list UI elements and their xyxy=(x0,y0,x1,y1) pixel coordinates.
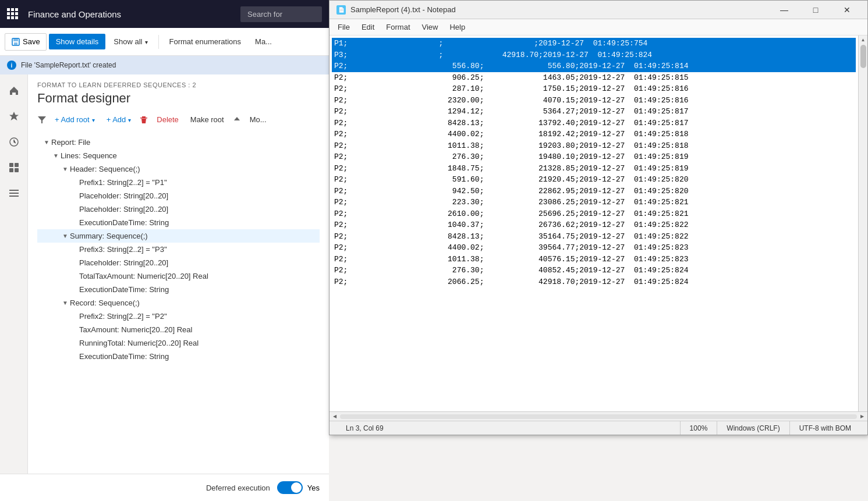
sidebar-item-home[interactable] xyxy=(2,79,26,102)
toggle-switch[interactable] xyxy=(277,481,303,494)
np-titlebar: 📄 SampleReport (4).txt - Notepad — □ ✕ xyxy=(330,1,867,19)
tree-item[interactable]: TaxAmount: Numeric[20..20] Real xyxy=(37,323,320,336)
tree-item[interactable]: ▼Summary: Sequence(;) xyxy=(37,229,320,243)
np-line: P2; 1294.12; 5364.27;2019-12-27 01:49:25… xyxy=(332,106,856,118)
np-scroll-thumb[interactable] xyxy=(860,45,866,68)
map-button[interactable]: Ma... xyxy=(249,34,278,49)
fo-titlebar: Finance and Operations xyxy=(0,0,329,28)
np-line: P2; 906.25; 1463.05;2019-12-27 01:49:25:… xyxy=(332,72,856,84)
tree-item[interactable]: RunningTotal: Numeric[20..20] Real xyxy=(37,336,320,350)
np-menu-help[interactable]: Help xyxy=(444,20,471,34)
show-all-button[interactable]: Show all xyxy=(108,34,153,49)
tree-item[interactable]: Prefix3: String[2..2] = "P3" xyxy=(37,243,320,256)
np-close-button[interactable]: ✕ xyxy=(834,1,860,19)
np-content[interactable]: P1; ; ;2019-12-27 01:49:25:754P3; ; 4291… xyxy=(330,35,858,411)
np-statusbar: Ln 3, Col 69 100% Windows (CRLF) UTF-8 w… xyxy=(330,421,867,435)
fo-main: FORMAT TO LEARN DEFERRED SEQUENCES : 2 F… xyxy=(28,74,329,474)
notepad-window: 📄 SampleReport (4).txt - Notepad — □ ✕ F… xyxy=(329,0,868,435)
tree-item[interactable]: Placeholder: String[20..20] xyxy=(37,189,320,202)
make-root-label: Make root xyxy=(190,115,224,124)
fo-app: Finance and Operations Save Show details… xyxy=(0,0,329,501)
np-line-text: P2; 4400.02; 39564.77;2019-12-27 01:49:2… xyxy=(332,242,856,254)
show-details-button[interactable]: Show details xyxy=(49,34,106,49)
np-scroll-right-btn[interactable]: ▶ xyxy=(858,413,866,421)
np-line-text: P2; 1011.38; 19203.80;2019-12-27 01:49:2… xyxy=(332,140,856,152)
np-line-text: P2; 556.80; 556.80;2019-12-27 01:49:25:8… xyxy=(332,61,856,72)
sidebar-item-favorites[interactable] xyxy=(2,105,26,128)
np-line: P2; 223.30; 23086.25;2019-12-27 01:49:25… xyxy=(332,197,856,208)
format-enumerations-button[interactable]: Format enumerations xyxy=(164,34,247,49)
fo-sidebar xyxy=(0,74,28,474)
tree-label: Report: File xyxy=(51,138,90,147)
tree-item[interactable]: Placeholder: String[20..20] xyxy=(37,202,320,216)
tree-item[interactable]: ▼Record: Sequence(;) xyxy=(37,296,320,310)
trash-icon xyxy=(139,115,148,125)
svg-rect-12 xyxy=(142,116,146,118)
delete-button[interactable]: Delete xyxy=(153,113,182,126)
list-icon xyxy=(8,187,20,199)
tree-label: TaxAmount: Numeric[20..20] Real xyxy=(79,325,192,334)
np-line: P2; 8428.13; 35164.75;2019-12-27 01:49:2… xyxy=(332,231,856,243)
np-hscroll-track[interactable] xyxy=(340,414,857,419)
app-title: Finance and Operations xyxy=(28,9,231,19)
np-menu-file[interactable]: File xyxy=(332,20,356,34)
np-vscrollbar[interactable]: ▲ xyxy=(858,35,867,411)
np-minimize-button[interactable]: — xyxy=(771,1,798,19)
np-menu-format[interactable]: Format xyxy=(380,20,416,34)
np-line-text: P2; 8428.13; 35164.75;2019-12-27 01:49:2… xyxy=(332,231,856,243)
make-root-button[interactable]: Make root xyxy=(187,113,228,126)
deferred-toggle[interactable]: Yes xyxy=(277,481,320,494)
np-line: P2; 1011.38; 19203.80;2019-12-27 01:49:2… xyxy=(332,140,856,152)
tree-item[interactable]: ▼Report: File xyxy=(37,136,320,149)
tree-arrow: ▼ xyxy=(61,300,70,306)
fo-bottom: Deferred execution Yes xyxy=(0,474,329,501)
tree-item[interactable]: ExecutionDateTime: String xyxy=(37,216,320,229)
tree-label: Record: Sequence(;) xyxy=(70,299,140,307)
add-root-button[interactable]: + Add root xyxy=(51,113,98,126)
tree-item[interactable]: ▼Lines: Sequence xyxy=(37,149,320,162)
np-scroll-left-btn[interactable]: ◀ xyxy=(331,413,339,421)
sidebar-item-recent[interactable] xyxy=(2,130,26,154)
star-icon xyxy=(8,111,20,122)
np-line: P2; 276.30; 19480.10;2019-12-27 01:49:25… xyxy=(332,151,856,163)
save-button[interactable]: Save xyxy=(5,33,47,51)
np-zoom: 100% xyxy=(681,421,718,435)
sidebar-item-dashboard[interactable] xyxy=(2,156,26,179)
tree-label: Lines: Sequence xyxy=(61,151,117,160)
np-hscrollbar[interactable]: ◀ ▶ xyxy=(330,411,867,421)
tree-item[interactable]: ExecutionDateTime: String xyxy=(37,283,320,296)
np-line: P2; 1040.37; 26736.62;2019-12-27 01:49:2… xyxy=(332,219,856,231)
page-title: Format designer xyxy=(37,91,320,106)
np-maximize-button[interactable]: □ xyxy=(802,1,829,19)
tree-item[interactable]: Prefix2: String[2..2] = "P2" xyxy=(37,310,320,323)
np-scroll-up-btn[interactable]: ▲ xyxy=(859,35,867,44)
tree-arrow: ▼ xyxy=(51,152,61,159)
tree-item[interactable]: Prefix1: String[2..2] = "P1" xyxy=(37,176,320,189)
np-line: P2; 942.50; 22862.95;2019-12-27 01:49:25… xyxy=(332,186,856,197)
tree-item[interactable]: TotalTaxAmount: Numeric[20..20] Real xyxy=(37,269,320,283)
np-line-text: P2; 276.30; 19480.10;2019-12-27 01:49:25… xyxy=(332,151,856,163)
tree-item[interactable]: ExecutionDateTime: String xyxy=(37,350,320,363)
svg-rect-6 xyxy=(9,168,13,172)
tree-arrow: ▼ xyxy=(61,233,70,239)
np-line-text: P2; 276.30; 40852.45;2019-12-27 01:49:25… xyxy=(332,265,856,276)
np-line: P2; 8428.13; 13792.40;2019-12-27 01:49:2… xyxy=(332,118,856,129)
sidebar-item-list[interactable] xyxy=(2,182,26,205)
tree-item[interactable]: Placeholder: String[20..20] xyxy=(37,256,320,269)
tree-label: Header: Sequence(;) xyxy=(70,165,140,173)
tree-arrow: ▼ xyxy=(42,139,51,145)
filter-icon xyxy=(37,115,47,125)
fo-infobar: i File 'SampleReport.txt' created xyxy=(0,56,329,74)
app-grid-icon[interactable] xyxy=(7,8,19,20)
np-line-text: P2; 4400.02; 18192.42;2019-12-27 01:49:2… xyxy=(332,129,856,140)
np-line: P2; 591.60; 21920.45;2019-12-27 01:49:25… xyxy=(332,174,856,186)
move-button[interactable]: Mo... xyxy=(246,113,270,126)
np-menu-view[interactable]: View xyxy=(416,20,444,34)
np-line: P2; 1848.75; 21328.85;2019-12-27 01:49:2… xyxy=(332,163,856,175)
tree-item[interactable]: ▼Header: Sequence(;) xyxy=(37,162,320,176)
add-button[interactable]: + Add xyxy=(103,113,135,126)
np-line: P2; 4400.02; 39564.77;2019-12-27 01:49:2… xyxy=(332,242,856,254)
search-input[interactable] xyxy=(240,6,322,22)
np-line: P2; 2320.00; 4070.15;2019-12-27 01:49:25… xyxy=(332,95,856,106)
np-menu-edit[interactable]: Edit xyxy=(356,20,380,34)
